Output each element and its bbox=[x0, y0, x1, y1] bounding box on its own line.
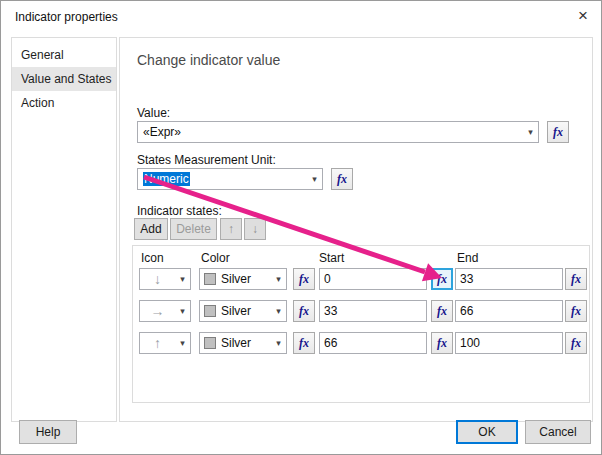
color-name: Silver bbox=[216, 272, 271, 286]
column-header-color: Color bbox=[201, 251, 230, 265]
chevron-down-icon: ▾ bbox=[271, 306, 286, 316]
chevron-down-icon: ▾ bbox=[175, 274, 190, 284]
color-dropdown[interactable]: Silver ▾ bbox=[199, 332, 287, 354]
column-header-end: End bbox=[457, 251, 478, 265]
fx-icon: fx bbox=[437, 336, 447, 351]
fx-icon: fx bbox=[553, 125, 563, 140]
start-input[interactable] bbox=[319, 332, 427, 354]
chevron-down-icon[interactable]: ▾ bbox=[307, 174, 322, 184]
icon-dropdown[interactable]: ↑ ▾ bbox=[139, 332, 191, 354]
fx-icon: fx bbox=[437, 304, 447, 319]
fx-icon: fx bbox=[437, 272, 447, 287]
value-fx-button[interactable]: fx bbox=[547, 121, 569, 143]
value-combobox-text: «Expr» bbox=[138, 125, 523, 139]
selected-text: Numeric bbox=[143, 172, 190, 186]
fx-icon: fx bbox=[571, 336, 581, 351]
measurement-unit-fx-button[interactable]: fx bbox=[331, 168, 353, 190]
fx-icon: fx bbox=[299, 336, 309, 351]
measurement-unit-combobox[interactable]: Numeric ▾ bbox=[137, 168, 323, 190]
measurement-unit-label: States Measurement Unit: bbox=[137, 153, 276, 167]
end-fx-button[interactable]: fx bbox=[565, 332, 587, 354]
chevron-down-icon: ▾ bbox=[175, 306, 190, 316]
value-label: Value: bbox=[137, 106, 170, 120]
icon-dropdown[interactable]: → ▾ bbox=[139, 300, 191, 322]
main-panel: Change indicator value Value: «Expr» ▾ f… bbox=[119, 37, 593, 422]
color-swatch bbox=[204, 337, 216, 349]
sidebar-item-value-and-states[interactable]: Value and States bbox=[12, 67, 116, 91]
measurement-unit-text: Numeric bbox=[138, 172, 307, 186]
end-input[interactable] bbox=[455, 300, 563, 322]
arrow-down-icon: ↓ bbox=[140, 269, 175, 289]
page-title: Change indicator value bbox=[137, 52, 280, 68]
chevron-down-icon: ▾ bbox=[175, 338, 190, 348]
close-icon[interactable]: × bbox=[578, 6, 588, 26]
end-fx-button[interactable]: fx bbox=[565, 300, 587, 322]
arrow-right-icon: → bbox=[140, 301, 175, 321]
color-fx-button[interactable]: fx bbox=[293, 268, 315, 290]
delete-state-button[interactable]: Delete bbox=[170, 218, 217, 240]
color-name: Silver bbox=[216, 336, 271, 350]
fx-icon: fx bbox=[571, 304, 581, 319]
end-fx-button[interactable]: fx bbox=[565, 268, 587, 290]
indicator-states-table: Icon Color Start End ↓ ▾ Silver ▾ fx fx bbox=[132, 245, 590, 403]
end-input[interactable] bbox=[455, 332, 563, 354]
arrow-down-icon: ↓ bbox=[252, 222, 258, 236]
sidebar-item-general[interactable]: General bbox=[12, 43, 116, 67]
sidebar-item-action[interactable]: Action bbox=[12, 91, 116, 115]
chevron-down-icon: ▾ bbox=[271, 274, 286, 284]
titlebar: Indicator properties × bbox=[1, 1, 601, 31]
arrow-up-icon: ↑ bbox=[228, 222, 234, 236]
dialog-title: Indicator properties bbox=[15, 10, 118, 24]
fx-icon: fx bbox=[299, 272, 309, 287]
color-fx-button[interactable]: fx bbox=[293, 332, 315, 354]
value-combobox[interactable]: «Expr» ▾ bbox=[137, 121, 539, 143]
column-header-start: Start bbox=[319, 251, 344, 265]
color-swatch bbox=[204, 305, 216, 317]
fx-icon: fx bbox=[571, 272, 581, 287]
table-row: → ▾ Silver ▾ fx fx fx bbox=[133, 300, 589, 322]
chevron-down-icon[interactable]: ▾ bbox=[523, 127, 538, 137]
column-header-icon: Icon bbox=[141, 251, 164, 265]
color-swatch bbox=[204, 273, 216, 285]
move-down-button[interactable]: ↓ bbox=[244, 218, 266, 240]
help-button[interactable]: Help bbox=[19, 420, 77, 444]
add-state-button[interactable]: Add bbox=[134, 218, 168, 240]
color-fx-button[interactable]: fx bbox=[293, 300, 315, 322]
icon-dropdown[interactable]: ↓ ▾ bbox=[139, 268, 191, 290]
sidebar: General Value and States Action bbox=[11, 37, 117, 422]
start-fx-button[interactable]: fx bbox=[431, 268, 453, 290]
chevron-down-icon: ▾ bbox=[271, 338, 286, 348]
move-up-button[interactable]: ↑ bbox=[220, 218, 242, 240]
table-row: ↑ ▾ Silver ▾ fx fx fx bbox=[133, 332, 589, 354]
fx-icon: fx bbox=[299, 304, 309, 319]
start-input[interactable] bbox=[319, 300, 427, 322]
fx-icon: fx bbox=[337, 172, 347, 187]
end-input[interactable] bbox=[455, 268, 563, 290]
indicator-properties-dialog: Indicator properties × General Value and… bbox=[0, 0, 602, 455]
color-dropdown[interactable]: Silver ▾ bbox=[199, 268, 287, 290]
table-row: ↓ ▾ Silver ▾ fx fx fx bbox=[133, 268, 589, 290]
cancel-button[interactable]: Cancel bbox=[525, 420, 591, 444]
start-fx-button[interactable]: fx bbox=[431, 332, 453, 354]
start-input[interactable] bbox=[319, 268, 427, 290]
indicator-states-label: Indicator states: bbox=[137, 204, 222, 218]
arrow-up-icon: ↑ bbox=[140, 333, 175, 353]
ok-button[interactable]: OK bbox=[456, 420, 518, 444]
color-dropdown[interactable]: Silver ▾ bbox=[199, 300, 287, 322]
color-name: Silver bbox=[216, 304, 271, 318]
start-fx-button[interactable]: fx bbox=[431, 300, 453, 322]
